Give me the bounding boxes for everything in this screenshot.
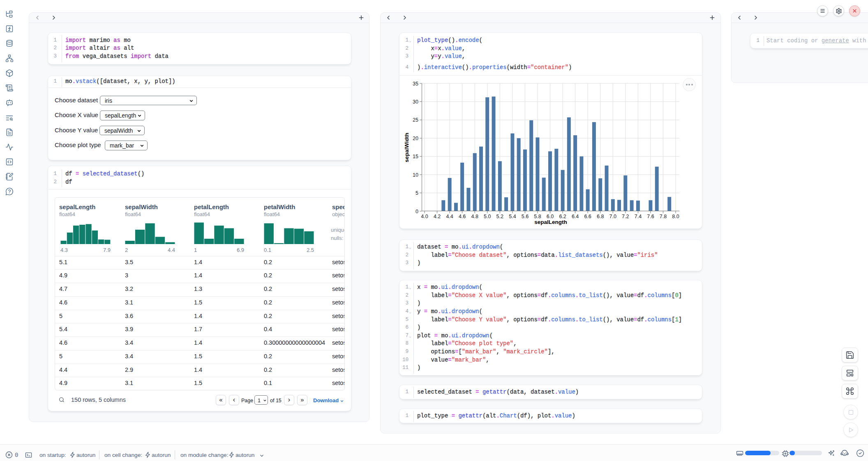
svg-text:10: 10 [413, 172, 418, 178]
svg-text:5.2: 5.2 [496, 214, 503, 219]
svg-text:6.2: 6.2 [559, 214, 566, 219]
svg-text:6.6: 6.6 [584, 214, 591, 219]
svg-text:8.0: 8.0 [672, 214, 679, 219]
svg-text:4.6: 4.6 [459, 214, 466, 219]
svg-text:25: 25 [413, 117, 418, 123]
svg-text:4.2: 4.2 [434, 214, 441, 219]
svg-text:7.8: 7.8 [660, 214, 667, 219]
svg-text:5: 5 [416, 190, 418, 196]
svg-text:15: 15 [413, 154, 418, 159]
svg-text:4.4: 4.4 [446, 214, 453, 219]
svg-text:6.4: 6.4 [572, 214, 579, 219]
svg-text:5.0: 5.0 [484, 214, 491, 219]
svg-text:4.8: 4.8 [471, 214, 478, 219]
svg-text:7.4: 7.4 [635, 214, 642, 219]
svg-text:7.6: 7.6 [647, 214, 654, 219]
svg-text:20: 20 [413, 136, 418, 141]
svg-text:sepalWidth: sepalWidth [404, 133, 410, 162]
svg-text:6.8: 6.8 [597, 214, 604, 219]
svg-text:5.6: 5.6 [522, 214, 529, 219]
svg-text:35: 35 [413, 81, 418, 87]
svg-text:7.0: 7.0 [609, 214, 616, 219]
svg-text:5.8: 5.8 [534, 214, 541, 219]
svg-text:0: 0 [416, 209, 418, 214]
svg-text:6.0: 6.0 [547, 214, 554, 219]
svg-text:sepalLength: sepalLength [534, 219, 567, 225]
svg-text:4.0: 4.0 [421, 214, 428, 219]
svg-text:7.2: 7.2 [622, 214, 629, 219]
svg-text:5.4: 5.4 [509, 214, 516, 219]
svg-text:30: 30 [413, 99, 418, 105]
